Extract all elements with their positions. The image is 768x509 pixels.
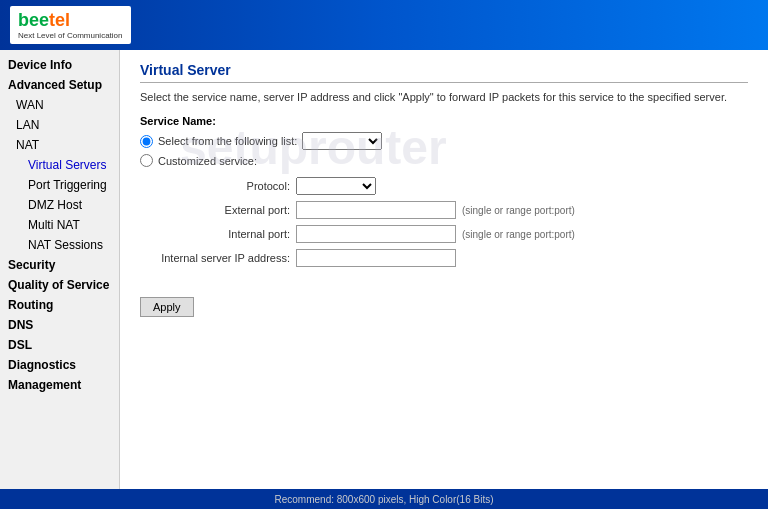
sidebar-item-device-info[interactable]: Device Info xyxy=(0,55,119,75)
logo-tagline: Next Level of Communication xyxy=(18,31,123,40)
sidebar-item-security[interactable]: Security xyxy=(0,255,119,275)
internal-port-label: Internal port: xyxy=(140,228,290,240)
header: beetel Next Level of Communication xyxy=(0,0,768,50)
protocol-label: Protocol: xyxy=(140,180,290,192)
footer: Recommend: 800x600 pixels, High Color(16… xyxy=(0,489,768,509)
sidebar-item-advanced-setup[interactable]: Advanced Setup xyxy=(0,75,119,95)
external-port-input[interactable] xyxy=(296,201,456,219)
sidebar-item-quality-of-service[interactable]: Quality of Service xyxy=(0,275,119,295)
sidebar-item-diagnostics[interactable]: Diagnostics xyxy=(0,355,119,375)
protocol-row: Protocol: TCP UDP TCP/UDP xyxy=(140,177,748,195)
internal-port-row: Internal port: (single or range port:por… xyxy=(140,225,748,243)
apply-button[interactable]: Apply xyxy=(140,297,194,317)
sidebar-item-dsl[interactable]: DSL xyxy=(0,335,119,355)
service-name-label: Service Name: xyxy=(140,115,748,127)
external-port-label: External port: xyxy=(140,204,290,216)
server-ip-label: Internal server IP address: xyxy=(140,252,290,264)
sidebar-item-nat-sessions[interactable]: NAT Sessions xyxy=(0,235,119,255)
sidebar-item-wan[interactable]: WAN xyxy=(0,95,119,115)
sidebar-item-virtual-servers[interactable]: Virtual Servers xyxy=(0,155,119,175)
radio-select-list[interactable] xyxy=(140,135,153,148)
sidebar: Device Info Advanced Setup WAN LAN NAT V… xyxy=(0,50,120,500)
radio-select-row: Select from the following list: xyxy=(140,132,748,150)
sidebar-item-dns[interactable]: DNS xyxy=(0,315,119,335)
protocol-dropdown[interactable]: TCP UDP TCP/UDP xyxy=(296,177,376,195)
radio-custom-service[interactable] xyxy=(140,154,153,167)
sidebar-item-nat[interactable]: NAT xyxy=(0,135,119,155)
logo: beetel Next Level of Communication xyxy=(10,6,131,44)
description: Select the service name, server IP addre… xyxy=(140,91,748,103)
sidebar-item-lan[interactable]: LAN xyxy=(0,115,119,135)
service-list-dropdown[interactable] xyxy=(302,132,382,150)
radio-select-label: Select from the following list: xyxy=(158,135,297,147)
external-port-hint: (single or range port:port) xyxy=(462,205,575,216)
radio-custom-row: Customized service: xyxy=(140,154,748,167)
internal-port-hint: (single or range port:port) xyxy=(462,229,575,240)
server-ip-input[interactable] xyxy=(296,249,456,267)
main-layout: Device Info Advanced Setup WAN LAN NAT V… xyxy=(0,50,768,500)
page-title: Virtual Server xyxy=(140,62,748,83)
sidebar-item-dmz-host[interactable]: DMZ Host xyxy=(0,195,119,215)
service-name-section: Service Name: Select from the following … xyxy=(140,115,748,167)
sidebar-item-port-triggering[interactable]: Port Triggering xyxy=(0,175,119,195)
server-ip-row: Internal server IP address: xyxy=(140,249,748,267)
internal-port-input[interactable] xyxy=(296,225,456,243)
footer-text: Recommend: 800x600 pixels, High Color(16… xyxy=(275,494,494,505)
logo-bee: bee xyxy=(18,10,49,30)
sidebar-item-multi-nat[interactable]: Multi NAT xyxy=(0,215,119,235)
external-port-row: External port: (single or range port:por… xyxy=(140,201,748,219)
radio-custom-label: Customized service: xyxy=(158,155,257,167)
sidebar-item-management[interactable]: Management xyxy=(0,375,119,395)
logo-tel: tel xyxy=(49,10,70,30)
content-area: Virtual Server Select the service name, … xyxy=(120,50,768,500)
sidebar-item-routing[interactable]: Routing xyxy=(0,295,119,315)
